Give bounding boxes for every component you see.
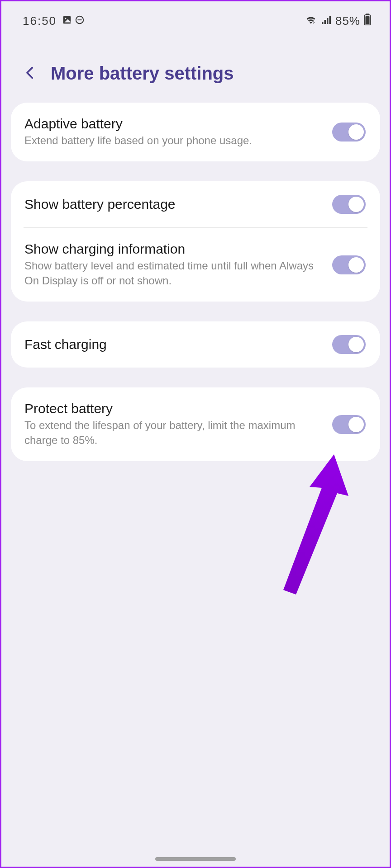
battery-icon bbox=[364, 14, 371, 28]
clock-text: 16:50 bbox=[23, 14, 57, 28]
image-icon bbox=[62, 14, 72, 28]
status-right: 85% bbox=[305, 14, 371, 28]
show-charging-info-toggle[interactable] bbox=[332, 255, 366, 274]
setting-title: Show charging information bbox=[24, 241, 325, 257]
page-title: More battery settings bbox=[51, 63, 234, 84]
gesture-bar bbox=[155, 857, 236, 861]
setting-title: Fast charging bbox=[24, 337, 325, 352]
settings-list: Adaptive battery Extend battery life bas… bbox=[0, 103, 391, 461]
svg-rect-5 bbox=[324, 20, 326, 24]
adaptive-battery-row[interactable]: Adaptive battery Extend battery life bas… bbox=[11, 103, 380, 161]
back-button[interactable] bbox=[23, 65, 38, 82]
protect-battery-toggle[interactable] bbox=[332, 415, 366, 434]
setting-subtitle: Show battery level and estimated time un… bbox=[24, 259, 325, 288]
setting-title: Protect battery bbox=[24, 401, 325, 416]
dnd-icon bbox=[75, 14, 85, 28]
fast-charging-toggle[interactable] bbox=[332, 335, 366, 354]
svg-rect-7 bbox=[329, 16, 331, 24]
battery-percent-text: 85% bbox=[335, 14, 360, 28]
setting-title: Adaptive battery bbox=[24, 116, 325, 132]
status-bar: 16:50 85% bbox=[0, 0, 391, 33]
setting-subtitle: Extend battery life based on your phone … bbox=[24, 133, 325, 148]
svg-rect-6 bbox=[327, 18, 329, 24]
annotation-arrow-icon bbox=[267, 454, 348, 599]
protect-battery-row[interactable]: Protect battery To extend the lifespan o… bbox=[11, 387, 380, 461]
settings-group: Show battery percentage Show charging in… bbox=[11, 181, 380, 302]
wifi-icon bbox=[305, 14, 317, 28]
signal-icon bbox=[321, 14, 332, 28]
svg-rect-10 bbox=[365, 16, 369, 24]
show-battery-percentage-toggle[interactable] bbox=[332, 195, 366, 214]
fast-charging-row[interactable]: Fast charging bbox=[11, 321, 380, 368]
setting-subtitle: To extend the lifespan of your battery, … bbox=[24, 418, 325, 448]
settings-group: Protect battery To extend the lifespan o… bbox=[11, 387, 380, 461]
adaptive-battery-toggle[interactable] bbox=[332, 123, 366, 142]
status-left: 16:50 bbox=[23, 14, 85, 28]
settings-group: Fast charging bbox=[11, 321, 380, 368]
show-charging-info-row[interactable]: Show charging information Show battery l… bbox=[11, 228, 380, 302]
header: More battery settings bbox=[0, 33, 391, 103]
setting-title: Show battery percentage bbox=[24, 197, 325, 212]
svg-rect-4 bbox=[322, 22, 324, 24]
show-battery-percentage-row[interactable]: Show battery percentage bbox=[11, 181, 380, 227]
svg-point-1 bbox=[65, 18, 66, 19]
settings-group: Adaptive battery Extend battery life bas… bbox=[11, 103, 380, 161]
